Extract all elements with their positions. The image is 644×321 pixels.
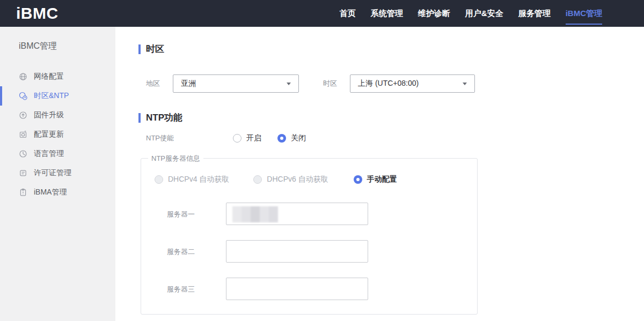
ntp-section-title: NTP功能: [138, 111, 182, 124]
radio-selected-icon: [354, 175, 362, 184]
top-nav-menu: 首页 系统管理 维护诊断 用户&安全 服务管理 iBMC管理: [325, 0, 602, 27]
server3-label: 服务器三: [167, 285, 195, 294]
ntp-enable-on-radio[interactable]: 开启: [233, 133, 261, 143]
sidebar-item-label: 语言管理: [34, 149, 64, 159]
radio-unselected-icon: [233, 134, 241, 143]
region-label: 地区: [146, 74, 160, 93]
sidebar-item-license[interactable]: 许可证管理: [0, 163, 115, 183]
dhcpv4-auto-radio[interactable]: DHCPv4 自动获取: [155, 175, 229, 184]
nav-item-home[interactable]: 首页: [340, 0, 356, 27]
network-icon: [19, 72, 27, 81]
manual-config-radio[interactable]: 手动配置: [354, 175, 397, 184]
sidebar-item-label: 网络配置: [34, 72, 64, 81]
timezone-section-title: 时区: [138, 43, 164, 55]
language-icon: [19, 150, 27, 158]
server3-input[interactable]: [226, 278, 368, 300]
ntp-server-group: NTP服务器信息 DHCPv4 自动获取 DHCPv6 自动获取 手动配置 服务…: [141, 158, 478, 315]
server1-input[interactable]: [226, 203, 368, 225]
top-navbar: iBMC 首页 系统管理 维护诊断 用户&安全 服务管理 iBMC管理: [0, 0, 644, 27]
main-content: 时区 地区 亚洲 时区 上海 (UTC+08:00) NTP功能 NTP使能 开…: [115, 27, 644, 321]
ntp-enable-label: NTP使能: [146, 133, 233, 143]
nav-item-system[interactable]: 系统管理: [371, 0, 403, 27]
sidebar-item-label: iBMA管理: [34, 188, 67, 197]
region-select-value: 亚洲: [181, 79, 196, 88]
radio-selected-icon: [277, 134, 286, 143]
chevron-down-icon: [463, 83, 467, 85]
sidebar-item-label: 固件升级: [34, 110, 64, 120]
sidebar-item-firmware-upgrade[interactable]: 固件升级: [0, 106, 115, 125]
license-icon: [19, 169, 27, 177]
sidebar-item-label: 许可证管理: [34, 168, 71, 178]
config-update-icon: [19, 130, 27, 139]
ntp-enable-off-radio[interactable]: 关闭: [277, 133, 306, 143]
radio-disabled-icon: [253, 175, 262, 184]
sidebar-item-label: 时区&NTP: [34, 91, 69, 101]
sidebar-item-ibma[interactable]: iBMA管理: [0, 183, 115, 202]
sidebar-item-network-config[interactable]: 网络配置: [0, 67, 115, 86]
timezone-select-value: 上海 (UTC+08:00): [358, 79, 419, 88]
timezone-select[interactable]: 上海 (UTC+08:00): [350, 74, 475, 93]
ntp-server-group-legend: NTP服务器信息: [148, 154, 203, 163]
ntp-enable-row: NTP使能 开启 关闭: [146, 133, 306, 143]
chevron-down-icon: [287, 83, 291, 85]
server1-label: 服务器一: [167, 210, 195, 219]
sidebar-title: iBMC管理: [19, 41, 57, 52]
timezone-icon: [19, 92, 27, 100]
firmware-upgrade-icon: [19, 111, 27, 120]
sidebar-item-language[interactable]: 语言管理: [0, 144, 115, 163]
ibma-icon: [19, 188, 27, 197]
sidebar-menu: 网络配置 时区&NTP 固件升级: [0, 67, 115, 202]
app-logo: iBMC: [16, 4, 58, 23]
nav-item-maintenance[interactable]: 维护诊断: [418, 0, 450, 27]
radio-disabled-icon: [155, 175, 163, 184]
sidebar-item-label: 配置更新: [34, 130, 64, 139]
server2-label: 服务器二: [167, 247, 195, 257]
section-accent-bar: [138, 44, 141, 54]
sidebar: iBMC管理 网络配置 时区&NTP: [0, 27, 115, 321]
nav-item-ibmc-active[interactable]: iBMC管理: [566, 0, 602, 27]
sidebar-item-config-update[interactable]: 配置更新: [0, 125, 115, 144]
server2-input[interactable]: [226, 240, 368, 263]
dhcpv6-auto-radio[interactable]: DHCPv6 自动获取: [253, 175, 328, 184]
timezone-label: 时区: [323, 74, 337, 93]
nav-item-service[interactable]: 服务管理: [518, 0, 551, 27]
sidebar-item-timezone-ntp[interactable]: 时区&NTP: [0, 86, 115, 106]
ntp-mode-row: DHCPv4 自动获取 DHCPv6 自动获取 手动配置: [155, 175, 397, 184]
server1-value-redacted: [232, 206, 278, 222]
section-accent-bar: [138, 113, 141, 123]
nav-item-user-security[interactable]: 用户&安全: [465, 0, 503, 27]
region-select[interactable]: 亚洲: [173, 74, 299, 93]
